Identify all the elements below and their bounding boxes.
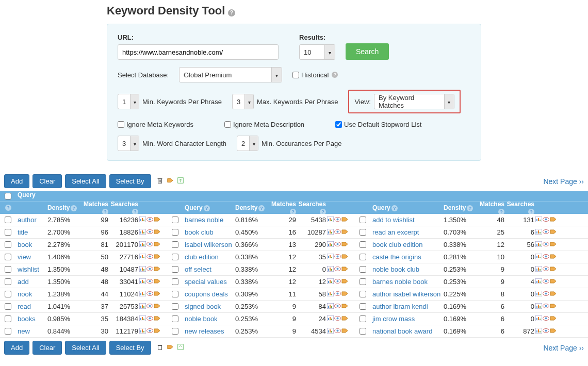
tag-icon[interactable] [341,216,348,224]
add-button[interactable]: Add [4,341,29,355]
chart-icon[interactable] [535,216,542,224]
eye-icon[interactable] [146,265,153,273]
chevron-down-icon[interactable] [324,45,335,59]
tag-icon[interactable] [550,315,557,323]
row-checkbox[interactable] [5,241,11,248]
eye-icon[interactable] [146,290,153,298]
row-checkbox[interactable] [360,241,366,248]
help-icon[interactable]: ? [391,205,398,211]
eye-icon[interactable] [334,303,341,310]
search-button[interactable]: Search [346,43,389,60]
query-link[interactable]: barnes noble book [372,278,428,286]
tag-icon[interactable] [154,290,160,298]
eye-icon[interactable] [334,241,341,248]
query-link[interactable]: book [18,241,32,248]
query-link[interactable]: view [18,253,31,261]
query-link[interactable]: off select [185,265,211,273]
eye-icon[interactable] [543,241,549,248]
query-link[interactable]: jim crow mass [372,315,415,323]
chevron-down-icon[interactable] [271,68,282,82]
chart-icon[interactable] [535,253,542,261]
query-link[interactable]: author isabel wilkerson [372,290,440,298]
ignore-meta-desc-checkbox[interactable]: Ignore Meta Description [224,121,304,128]
query-link[interactable]: author [18,216,37,224]
help-icon[interactable]: ? [498,209,504,215]
row-checkbox[interactable] [172,254,178,260]
eye-icon[interactable] [543,228,549,236]
row-checkbox[interactable] [172,241,178,248]
chart-icon[interactable] [535,241,542,248]
max-kw-select[interactable]: 3 [232,94,254,109]
chart-icon[interactable] [327,216,334,224]
min-kw-select[interactable]: 1 [118,94,139,109]
query-link[interactable]: barnes noble [185,216,223,224]
eye-icon[interactable] [334,327,341,335]
row-checkbox[interactable] [360,278,366,285]
tag-icon[interactable] [154,241,160,248]
row-checkbox[interactable] [5,278,11,285]
chart-icon[interactable] [139,216,146,224]
query-link[interactable]: add [18,278,29,286]
row-checkbox[interactable] [172,291,178,297]
tag-icon[interactable] [550,265,557,273]
tag-icon[interactable] [550,303,557,310]
query-link[interactable]: book club edition [372,241,423,248]
query-link[interactable]: book club [185,228,214,236]
tag-icon[interactable] [341,303,348,310]
clear-button[interactable]: Clear [32,341,62,355]
trash-icon[interactable] [156,177,164,186]
query-link[interactable]: noble book [185,315,218,323]
chevron-down-icon[interactable] [249,136,258,151]
row-checkbox[interactable] [5,328,11,335]
eye-icon[interactable] [543,216,549,224]
tag-icon[interactable] [341,241,348,248]
query-link[interactable]: new [18,327,30,335]
eye-icon[interactable] [146,228,153,236]
eye-icon[interactable] [146,278,153,286]
results-select[interactable]: 10 [299,44,335,60]
query-link[interactable]: add to wishlist [372,216,415,224]
select-all-checkbox[interactable] [5,193,11,199]
query-link[interactable]: national book award [372,327,432,335]
query-link[interactable]: nook [18,290,32,298]
add-button[interactable]: Add [4,174,29,188]
help-icon[interactable]: ? [102,209,108,215]
tag-icon[interactable] [341,315,348,323]
eye-icon[interactable] [543,253,549,261]
chart-icon[interactable] [327,278,334,286]
tag-icon[interactable] [341,278,348,286]
eye-icon[interactable] [543,278,549,286]
chevron-down-icon[interactable] [130,136,139,151]
tag-icon[interactable] [550,241,557,248]
eye-icon[interactable] [146,241,153,248]
row-checkbox[interactable] [360,229,366,236]
chevron-down-icon[interactable] [130,94,139,109]
chart-icon[interactable] [535,278,542,286]
chart-icon[interactable] [139,241,146,248]
url-input[interactable] [118,44,279,60]
query-link[interactable]: wishlist [18,265,39,273]
tag-icon[interactable] [341,265,348,273]
eye-icon[interactable] [543,290,549,298]
chart-icon[interactable] [327,315,334,323]
chart-icon[interactable] [535,303,542,310]
row-checkbox[interactable] [5,303,11,310]
query-link[interactable]: read [18,303,31,310]
help-icon[interactable]: ? [71,205,77,211]
row-checkbox[interactable] [172,278,178,285]
query-link[interactable]: club edition [185,253,219,261]
eye-icon[interactable] [146,253,153,261]
clear-button[interactable]: Clear [32,174,62,188]
row-checkbox[interactable] [5,315,11,322]
export-icon[interactable] [177,177,184,186]
help-icon[interactable]: ? [258,205,265,211]
chart-icon[interactable] [139,315,146,323]
query-link[interactable]: new releases [185,327,224,335]
eye-icon[interactable] [146,327,153,335]
tag-icon[interactable] [154,278,160,286]
chart-icon[interactable] [139,253,146,261]
help-icon[interactable]: ? [132,209,138,215]
row-checkbox[interactable] [5,254,11,260]
chart-icon[interactable] [327,228,334,236]
help-icon[interactable]: ? [204,205,210,211]
